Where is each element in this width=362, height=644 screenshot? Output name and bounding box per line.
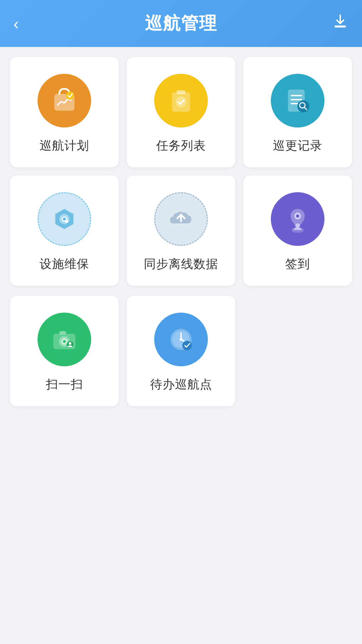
pending-icon [166, 324, 196, 355]
header-action-icon[interactable] [332, 13, 349, 34]
svg-point-6 [176, 97, 186, 107]
checkin-label: 签到 [285, 256, 310, 272]
header: ‹ 巡航管理 [0, 0, 362, 47]
pending-label: 待办巡航点 [150, 376, 212, 393]
patrol-plan-icon-circle [38, 74, 91, 127]
facility-icon-circle [38, 192, 91, 246]
grid-item-patrol-record[interactable]: 巡更记录 [243, 57, 352, 167]
pending-icon-circle [154, 313, 208, 366]
sync-icon [166, 204, 196, 234]
scan-label: 扫一扫 [46, 376, 83, 393]
grid-item-task-list[interactable]: 任务列表 [127, 57, 235, 167]
svg-rect-5 [177, 90, 185, 94]
back-button[interactable]: ‹ [13, 14, 19, 33]
task-list-icon [166, 86, 196, 116]
sync-icon-circle [154, 192, 208, 246]
grid-item-pending[interactable]: 待办巡航点 [127, 296, 235, 406]
main-grid: 巡航计划 任务列表 [0, 47, 362, 296]
facility-icon [49, 204, 79, 234]
checkin-icon-circle [271, 192, 324, 246]
page-title: 巡航管理 [145, 12, 217, 35]
task-list-icon-circle [154, 74, 208, 127]
patrol-record-label: 巡更记录 [273, 138, 322, 154]
svg-point-23 [295, 223, 300, 228]
patrol-plan-label: 巡航计划 [40, 138, 89, 154]
grid-item-patrol-plan[interactable]: 巡航计划 [10, 57, 119, 167]
patrol-record-icon-circle [271, 74, 324, 127]
svg-point-18 [65, 220, 68, 223]
svg-point-27 [63, 340, 66, 343]
scan-icon [49, 324, 79, 355]
svg-point-36 [182, 341, 192, 350]
grid-item-facility[interactable]: 设施维保 [10, 175, 119, 286]
svg-point-35 [180, 338, 182, 341]
facility-label: 设施维保 [40, 256, 89, 272]
patrol-plan-icon [49, 86, 79, 116]
svg-point-21 [296, 214, 299, 218]
checkin-icon [283, 204, 313, 234]
grid-item-sync[interactable]: 同步离线数据 [127, 175, 235, 286]
patrol-record-icon [283, 86, 313, 116]
svg-rect-28 [59, 331, 66, 334]
svg-point-17 [63, 218, 66, 220]
svg-point-11 [297, 100, 309, 112]
scan-icon-circle [38, 313, 91, 366]
grid-item-scan[interactable]: 扫一扫 [10, 296, 119, 406]
task-list-label: 任务列表 [156, 138, 206, 154]
svg-point-3 [66, 92, 74, 100]
sync-label: 同步离线数据 [144, 256, 218, 272]
grid-item-checkin[interactable]: 签到 [243, 175, 352, 286]
svg-rect-0 [335, 25, 346, 28]
svg-point-30 [69, 342, 71, 345]
grid-row3: 扫一扫 待办巡航点 [0, 296, 362, 416]
